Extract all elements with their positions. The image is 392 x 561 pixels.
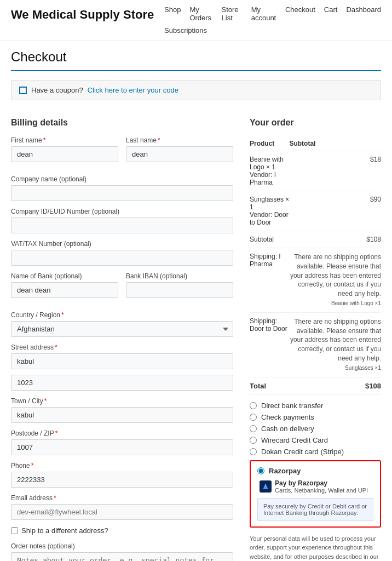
street-group: Street address*: [11, 344, 233, 391]
payment-direct-bank: Direct bank transfer: [250, 402, 381, 410]
coupon-bar: Have a coupon? Click here to enter your …: [11, 80, 381, 100]
street-label: Street address*: [11, 344, 233, 351]
shipping2-note: There are no shipping options available.…: [289, 312, 381, 377]
nav: Shop My Orders Store List My account Che…: [164, 5, 381, 35]
phone-input[interactable]: [11, 472, 233, 488]
street-input[interactable]: [11, 353, 233, 369]
postcode-label: Postcode / ZIP*: [11, 430, 233, 437]
nav-my-account[interactable]: My account: [251, 5, 276, 22]
ship-checkbox-row: Ship to a different address?: [11, 526, 233, 535]
title-divider: [11, 70, 381, 71]
company-input[interactable]: [11, 185, 233, 201]
shipping1-row: Shipping: I Pharma There are no shipping…: [250, 248, 381, 313]
order-item-2: Sunglasses × 1Vendor: Door to Door $90: [250, 191, 381, 231]
label-wirecard: Wirecard Credit Card: [261, 436, 328, 444]
subtotal-row: Subtotal $108: [250, 231, 381, 248]
order-section: Your order Product Subtotal Beanie with …: [250, 118, 381, 561]
company-id-label: Company ID/EUID Number (optional): [11, 208, 233, 215]
radio-cod[interactable]: [250, 425, 257, 432]
nav-cart[interactable]: Cart: [324, 5, 338, 22]
main-content: Billing details First name* Last name* C…: [0, 109, 392, 561]
street2-input[interactable]: [11, 375, 233, 391]
city-input[interactable]: [11, 407, 233, 423]
shipping2-label: Shipping: Door to Door: [250, 312, 289, 377]
nav-my-orders[interactable]: My Orders: [189, 5, 212, 22]
item1-name: Beanie with Logo × 1Vendor: I Pharma: [250, 151, 289, 191]
item2-name: Sunglasses × 1Vendor: Door to Door: [250, 191, 289, 231]
bank-row: Name of Bank (optional) Bank IBAN (optio…: [11, 272, 233, 305]
product-col-header: Product: [250, 136, 289, 151]
vat-input[interactable]: [11, 250, 233, 266]
city-group: Town / City*: [11, 397, 233, 423]
radio-razorpay[interactable]: [257, 467, 264, 474]
bank-name-group: Name of Bank (optional): [11, 272, 118, 298]
site-title: We Medical Supply Store: [11, 8, 164, 22]
svg-marker-0: [263, 483, 268, 489]
razorpay-logo-icon: [260, 480, 272, 493]
razorpay-header: Razorpay: [257, 467, 373, 475]
vat-group: VAT/TAX Number (optional): [11, 240, 233, 266]
page-title-area: Checkout: [0, 41, 392, 70]
first-name-input[interactable]: [11, 146, 118, 162]
email-group: Email address*: [11, 494, 233, 520]
payment-options: Direct bank transfer Check payments Cash…: [250, 402, 381, 561]
razorpay-label: Razorpay: [269, 467, 301, 475]
country-select[interactable]: Afghanistan: [11, 321, 233, 337]
nav-dashboard[interactable]: Dashboard: [346, 5, 381, 22]
total-value: $108: [289, 377, 381, 394]
email-label: Email address*: [11, 494, 233, 502]
bank-iban-group: Bank IBAN (optional): [126, 272, 233, 298]
radio-wirecard[interactable]: [250, 437, 257, 444]
ship-checkbox[interactable]: [11, 527, 18, 534]
last-name-label: Last name*: [126, 136, 233, 144]
bank-name-label: Name of Bank (optional): [11, 272, 118, 280]
privacy-note: Your personal data will be used to proce…: [250, 534, 381, 561]
radio-check[interactable]: [250, 414, 257, 421]
razorpay-box: Razorpay Pay by Razorpay Cards, Netbanki…: [250, 460, 381, 528]
coupon-link[interactable]: Click here to enter your code: [88, 86, 178, 94]
nav-shop[interactable]: Shop: [164, 5, 181, 22]
postcode-group: Postcode / ZIP*: [11, 430, 233, 455]
bank-iban-label: Bank IBAN (optional): [126, 272, 233, 280]
coupon-text: Have a coupon?: [31, 86, 83, 94]
nav-checkout[interactable]: Checkout: [285, 5, 315, 22]
razorpay-logo-row: Pay by Razorpay Cards, Netbanking, Walle…: [257, 479, 373, 494]
shipping1-note: There are no shipping options available.…: [289, 248, 381, 313]
header: We Medical Supply Store Shop My Orders S…: [0, 0, 392, 41]
item2-price: $90: [289, 191, 381, 231]
razorpay-logo-text: Pay by Razorpay Cards, Netbanking, Walle…: [275, 479, 368, 494]
radio-direct-bank[interactable]: [250, 402, 257, 409]
notes-input[interactable]: [11, 552, 233, 561]
subtotal-label: Subtotal: [250, 231, 289, 248]
company-label: Company name (optional): [11, 175, 233, 183]
payment-wirecard: Wirecard Credit Card: [250, 436, 381, 444]
bank-name-input[interactable]: [11, 282, 118, 298]
postcode-input[interactable]: [11, 439, 233, 455]
billing-section: Billing details First name* Last name* C…: [11, 118, 233, 561]
bank-iban-input[interactable]: [126, 282, 233, 298]
company-id-group: Company ID/EUID Number (optional): [11, 208, 233, 233]
shipping2-row: Shipping: Door to Door There are no ship…: [250, 312, 381, 377]
total-row: Total $108: [250, 377, 381, 394]
first-name-label: First name*: [11, 136, 118, 144]
razorpay-description: Pay securely by Credit or Debit card or …: [257, 498, 373, 521]
coupon-icon: [19, 87, 27, 94]
country-group: Country / Region* Afghanistan: [11, 311, 233, 337]
page-title: Checkout: [11, 49, 381, 65]
company-id-input[interactable]: [11, 217, 233, 233]
nav-subscriptions[interactable]: Subscriptions: [164, 26, 207, 35]
country-label: Country / Region*: [11, 311, 233, 319]
radio-dokan[interactable]: [250, 448, 257, 455]
subtotal-value: $108: [289, 231, 381, 248]
company-group: Company name (optional): [11, 175, 233, 201]
last-name-input[interactable]: [126, 146, 233, 162]
payment-cod: Cash on delivery: [250, 425, 381, 433]
shipping1-label: Shipping: I Pharma: [250, 248, 289, 313]
email-input[interactable]: [11, 504, 233, 520]
order-item-1: Beanie with Logo × 1Vendor: I Pharma $18: [250, 151, 381, 191]
nav-store-list[interactable]: Store List: [222, 5, 243, 22]
razorpay-sub-desc: Cards, Netbanking, Wallet and UPI: [275, 487, 368, 494]
label-direct-bank: Direct bank transfer: [261, 402, 323, 410]
last-name-group: Last name*: [126, 136, 233, 162]
first-name-group: First name*: [11, 136, 118, 162]
